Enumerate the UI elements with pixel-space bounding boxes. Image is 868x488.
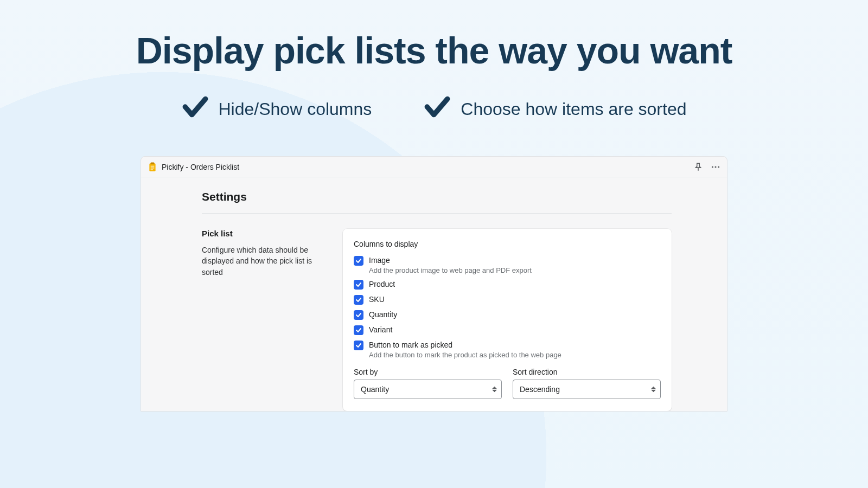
pin-button[interactable] xyxy=(693,162,703,172)
checkbox-label-wrap: Quantity xyxy=(369,310,397,319)
svg-rect-2 xyxy=(151,165,155,166)
page-title: Settings xyxy=(202,190,672,203)
section-desc: Configure which data should be displayed… xyxy=(202,245,331,278)
checkbox-subtext: Add the product image to web page and PD… xyxy=(369,266,532,274)
sort-dir-label: Sort direction xyxy=(513,368,661,376)
columns-label: Columns to display xyxy=(354,240,661,248)
section-sidebar: Pick list Configure which data should be… xyxy=(202,229,331,278)
svg-rect-1 xyxy=(151,162,155,164)
hero-bullet-label: Choose how items are sorted xyxy=(461,99,686,119)
svg-point-6 xyxy=(712,166,713,168)
column-check-row: Quantity xyxy=(354,310,661,320)
checkbox-label: Quantity xyxy=(369,310,397,319)
checkbox-label: SKU xyxy=(369,295,385,304)
column-check-row: SKU xyxy=(354,295,661,305)
checkbox-label-wrap: SKU xyxy=(369,295,385,304)
checkbox[interactable] xyxy=(354,256,363,266)
column-check-row: Variant xyxy=(354,325,661,335)
checkbox[interactable] xyxy=(354,341,363,350)
app-title: Pickify - Orders Picklist xyxy=(162,163,239,171)
checkbox-label: Button to mark as picked xyxy=(369,341,561,349)
sort-dir-value: Descending xyxy=(520,385,560,394)
checkbox-subtext: Add the button to mark the product as pi… xyxy=(369,351,561,359)
checkbox[interactable] xyxy=(354,280,363,290)
hero-bullet-2: Choose how items are sorted xyxy=(424,93,686,125)
checkbox[interactable] xyxy=(354,310,363,320)
checkbox-label: Variant xyxy=(369,325,392,334)
sort-dir-select[interactable]: Descending xyxy=(513,380,661,399)
hero-bullet-label: Hide/Show columns xyxy=(219,99,372,119)
clipboard-icon xyxy=(148,162,157,172)
svg-rect-3 xyxy=(151,168,155,168)
column-check-row: ImageAdd the product image to web page a… xyxy=(354,256,661,274)
app-window: Pickify - Orders Picklist Settings Pick … xyxy=(141,156,727,412)
checkbox-label-wrap: Product xyxy=(369,280,395,288)
more-button[interactable] xyxy=(711,162,720,172)
sort-by-value: Quantity xyxy=(361,385,389,394)
svg-point-8 xyxy=(718,166,719,168)
checkbox-label-wrap: Button to mark as pickedAdd the button t… xyxy=(369,341,561,359)
checkbox[interactable] xyxy=(354,295,363,305)
titlebar: Pickify - Orders Picklist xyxy=(141,157,727,177)
settings-card: Columns to display ImageAdd the product … xyxy=(343,229,672,411)
chevron-updown-icon xyxy=(651,387,656,393)
column-check-row: Button to mark as pickedAdd the button t… xyxy=(354,341,661,359)
checkbox-label: Product xyxy=(369,280,395,288)
checkbox-label: Image xyxy=(369,256,532,265)
sort-by-select[interactable]: Quantity xyxy=(354,380,502,399)
divider xyxy=(202,213,672,214)
checkbox-label-wrap: Variant xyxy=(369,325,392,334)
column-check-row: Product xyxy=(354,280,661,290)
svg-point-7 xyxy=(714,166,716,168)
checkbox[interactable] xyxy=(354,325,363,335)
check-icon xyxy=(182,93,209,125)
chevron-updown-icon xyxy=(492,387,497,393)
hero-bullet-1: Hide/Show columns xyxy=(182,93,372,125)
check-icon xyxy=(424,93,451,125)
svg-rect-4 xyxy=(151,169,154,170)
hero-title: Display pick lists the way you want xyxy=(0,29,868,72)
hero: Display pick lists the way you want Hide… xyxy=(0,0,868,125)
checkbox-label-wrap: ImageAdd the product image to web page a… xyxy=(369,256,532,274)
section-title: Pick list xyxy=(202,229,331,238)
sort-by-label: Sort by xyxy=(354,368,502,376)
